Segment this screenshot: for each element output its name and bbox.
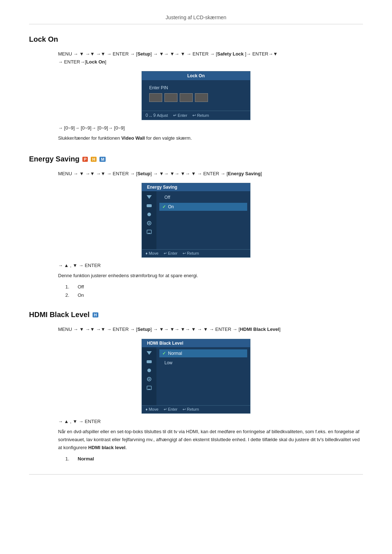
hdmi-screen-container: HDMI Black Level — [29, 339, 363, 414]
page-header: Justering af LCD-skærmen — [29, 15, 363, 24]
section-title-hdmi: HDMI Black Level H — [29, 311, 363, 319]
section-title-energy-saving: Energy Saving P H M — [29, 155, 363, 163]
sidebar-icon-3 — [145, 212, 153, 217]
page-container: Justering af LCD-skærmen Lock On MENU → … — [0, 0, 392, 554]
description-lock-on: Slukker/tænder for funktionen Video Wall… — [58, 134, 363, 142]
energy-saving-item-on[interactable]: ✓ On — [159, 203, 247, 211]
menu-path-lock-on: MENU → ▼ →▼ →▼ → ENTER → [Setup] → ▼→ ▼→… — [58, 50, 363, 66]
sub-path-energy-saving: → ▲ , ▼ → ENTER — [58, 263, 363, 268]
energy-saving-item-1: 1. Off — [65, 284, 363, 290]
hdmi-screen-title: HDMI Black Level — [142, 339, 250, 347]
hdmi-item-normal[interactable]: ✓ Normal — [159, 349, 247, 357]
footer-return-hdmi: ↩ Return — [183, 407, 199, 412]
hdmi-footer: ♦ Move ↵ Enter ↩ Return — [142, 405, 250, 413]
energy-saving-item-2: 2. On — [65, 292, 363, 298]
lock-on-screen-container: Lock On Enter PIN 0 ‥ 9 Adjust ↵ Enter ↩… — [29, 71, 363, 120]
check-icon-normal: ✓ — [162, 351, 166, 356]
enter-icon: ↵ — [173, 113, 177, 118]
svg-rect-6 — [147, 360, 152, 363]
sidebar-icon-2 — [145, 203, 153, 209]
page-title: Justering af LCD-skærmen — [166, 15, 226, 20]
lock-on-footer: 0 ‥ 9 Adjust ↵ Enter ↩ Return — [142, 111, 250, 120]
hdmi-body: ✓ Normal Low — [142, 347, 250, 405]
badge-h2: H — [93, 312, 98, 317]
pin-box-1 — [149, 93, 162, 102]
lock-on-screen: Lock On Enter PIN 0 ‥ 9 Adjust ↵ Enter ↩… — [142, 71, 250, 120]
energy-saving-screen-title: Energy Saving — [142, 183, 250, 191]
svg-rect-5 — [148, 233, 150, 234]
footer-return-es: ↩ Return — [183, 251, 199, 256]
hdmi-screen: HDMI Black Level — [142, 339, 250, 414]
hdmi-sidebar-icon-2 — [145, 359, 153, 365]
svg-rect-0 — [147, 204, 152, 207]
section-energy-saving: Energy Saving P H M MENU → ▼ →▼ →▼ → ENT… — [29, 155, 363, 298]
section-hdmi-black-level: HDMI Black Level H MENU → ▼ →▼ →▼ → ENTE… — [29, 311, 363, 461]
pin-box-4 — [195, 93, 208, 102]
lock-on-label: Enter PIN — [149, 85, 243, 90]
badge-p: P — [82, 157, 88, 162]
hdmi-sidebar — [142, 347, 156, 405]
section-title-lock-on: Lock On — [29, 35, 363, 44]
hdmi-sidebar-icon-4 — [145, 376, 153, 382]
sidebar-icon-4 — [145, 220, 153, 226]
hdmi-sidebar-icon-3 — [145, 368, 153, 373]
svg-point-9 — [148, 378, 150, 380]
numbered-list-energy-saving: 1. Off 2. On — [65, 284, 363, 298]
lock-on-screen-title: Lock On — [142, 71, 250, 80]
footer-move-hdmi: ♦ Move — [146, 407, 159, 412]
numbered-list-hdmi: 1. Normal — [65, 456, 363, 461]
svg-point-7 — [147, 369, 151, 372]
footer-enter-es: ↵ Enter — [164, 251, 177, 256]
return-icon: ↩ — [192, 113, 196, 118]
energy-saving-screen: Energy Saving — [142, 183, 250, 258]
hdmi-content: ✓ Normal Low — [156, 347, 250, 405]
footer-return: ↩ Return — [192, 113, 209, 118]
energy-saving-footer: ♦ Move ↵ Enter ↩ Return — [142, 249, 250, 257]
footer-move-es: ♦ Move — [146, 251, 159, 256]
badge-m: M — [99, 157, 106, 162]
hdmi-sidebar-icon-5 — [145, 385, 153, 391]
hdmi-sidebar-icon-1 — [145, 350, 153, 356]
description-hdmi: Når en dvd-afspiller eller en set-top-bo… — [58, 428, 363, 452]
sidebar-icon-5 — [145, 229, 153, 235]
footer-enter: ↵ Enter — [173, 113, 187, 118]
energy-saving-body: Off ✓ On — [142, 191, 250, 249]
hdmi-numbered-item-1: 1. Normal — [65, 456, 363, 461]
energy-saving-sidebar — [142, 191, 156, 249]
energy-saving-item-off[interactable]: Off — [159, 193, 247, 201]
description-energy-saving: Denne funktion justerer enhedens strømfo… — [58, 272, 363, 280]
energy-saving-screen-container: Energy Saving — [29, 183, 363, 258]
pin-box-2 — [164, 93, 177, 102]
adjust-icon: 0 ‥ 9 — [146, 113, 156, 118]
footer-enter-hdmi: ↵ Enter — [164, 407, 177, 412]
lock-on-body: Enter PIN — [142, 80, 250, 111]
svg-rect-11 — [148, 389, 150, 390]
pin-boxes — [149, 93, 243, 102]
hdmi-item-low[interactable]: Low — [159, 359, 247, 367]
section-lock-on: Lock On MENU → ▼ →▼ →▼ → ENTER → [Setup]… — [29, 35, 363, 142]
svg-point-3 — [148, 222, 150, 224]
sub-path-lock-on: → [0~9]→ [0~9]→ [0~9]→ [0~9] — [58, 125, 363, 131]
menu-path-hdmi: MENU → ▼ →▼ →▼ → ENTER → [Setup] → ▼→ ▼→… — [58, 325, 363, 333]
menu-path-energy-saving: MENU → ▼ →▼ →▼ → ENTER → [Setup] → ▼→ ▼→… — [58, 170, 363, 178]
check-icon-on: ✓ — [162, 204, 166, 209]
pin-box-3 — [180, 93, 193, 102]
badge-h: H — [91, 157, 97, 162]
svg-point-1 — [147, 213, 151, 216]
sidebar-icon-1 — [145, 194, 153, 200]
footer-adjust: 0 ‥ 9 Adjust — [146, 113, 168, 118]
bottom-divider — [29, 474, 363, 475]
energy-saving-content: Off ✓ On — [156, 191, 250, 249]
sub-path-hdmi: → ▲ , ▼ → ENTER — [58, 419, 363, 424]
